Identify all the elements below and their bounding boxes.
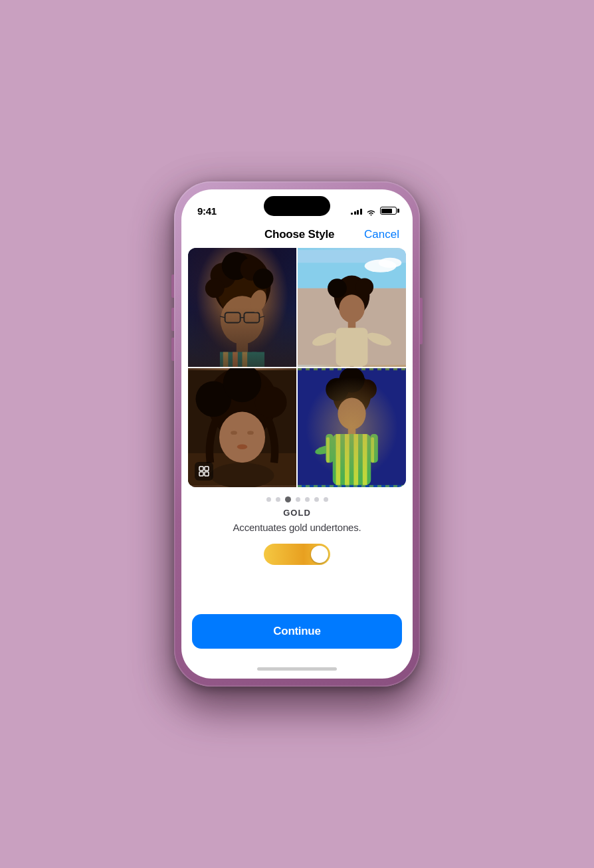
svg-point-5 — [253, 269, 274, 289]
svg-rect-62 — [353, 434, 358, 485]
dot-1[interactable] — [266, 497, 271, 502]
svg-line-11 — [220, 316, 225, 318]
svg-point-28 — [355, 278, 373, 296]
svg-point-27 — [328, 278, 347, 298]
svg-point-40 — [255, 386, 287, 418]
wifi-icon — [366, 207, 376, 215]
toggle-thumb — [311, 546, 328, 563]
svg-rect-65 — [326, 434, 334, 463]
battery-icon — [380, 207, 397, 215]
dot-3[interactable] — [285, 496, 291, 502]
svg-rect-31 — [336, 328, 368, 366]
dot-4[interactable] — [296, 497, 300, 502]
svg-point-53 — [333, 372, 371, 417]
svg-rect-30 — [348, 320, 356, 329]
continue-button[interactable]: Continue — [192, 614, 402, 649]
svg-rect-8 — [225, 312, 241, 322]
svg-rect-14 — [237, 342, 248, 354]
svg-point-29 — [339, 294, 364, 322]
svg-rect-68 — [371, 437, 374, 463]
home-bar — [257, 667, 337, 671]
phone-screen: 9:41 — [181, 189, 413, 679]
svg-rect-59 — [333, 434, 371, 485]
page-dots — [181, 487, 413, 508]
svg-point-54 — [326, 378, 349, 401]
svg-rect-17 — [233, 352, 238, 367]
svg-rect-60 — [336, 434, 341, 485]
dynamic-island — [264, 196, 330, 216]
status-icons — [351, 207, 397, 215]
photo-3[interactable] — [188, 368, 296, 487]
style-info: GOLD Accentuates gold undertones. — [181, 508, 413, 536]
dot-5[interactable] — [305, 497, 310, 502]
svg-line-12 — [259, 316, 264, 318]
continue-section: Continue — [181, 614, 413, 662]
svg-rect-58 — [348, 428, 356, 436]
svg-rect-50 — [199, 472, 203, 476]
phone-frame: 9:41 — [174, 181, 420, 687]
svg-rect-61 — [345, 434, 349, 485]
svg-point-56 — [339, 368, 364, 393]
svg-point-47 — [211, 463, 274, 487]
svg-rect-66 — [370, 434, 378, 463]
svg-point-55 — [356, 380, 377, 400]
nav-title: Choose Style — [264, 228, 334, 241]
battery-fill — [381, 209, 392, 213]
svg-point-23 — [379, 258, 402, 268]
svg-rect-35 — [353, 364, 362, 367]
svg-point-57 — [338, 397, 365, 429]
signal-icon — [351, 207, 362, 215]
nav-bar: Choose Style Cancel — [181, 223, 413, 248]
svg-rect-52 — [298, 370, 406, 485]
photo-1[interactable] — [188, 248, 296, 367]
svg-point-44 — [231, 431, 237, 435]
svg-rect-19 — [252, 352, 257, 367]
dot-7[interactable] — [324, 497, 328, 502]
dot-2[interactable] — [276, 497, 280, 502]
svg-rect-16 — [223, 352, 229, 367]
style-description: Accentuates gold undertones. — [195, 522, 399, 533]
svg-rect-15 — [220, 352, 264, 367]
svg-point-46 — [237, 444, 247, 449]
svg-rect-67 — [326, 437, 330, 463]
album-icon[interactable] — [195, 462, 213, 481]
svg-rect-51 — [205, 472, 209, 476]
svg-rect-34 — [341, 364, 349, 367]
dot-6[interactable] — [314, 497, 319, 502]
image-grid[interactable] — [188, 248, 406, 487]
cancel-button[interactable]: Cancel — [364, 228, 399, 241]
photo-4[interactable] — [298, 368, 406, 487]
style-toggle[interactable] — [264, 544, 330, 565]
svg-rect-48 — [199, 467, 203, 471]
svg-rect-63 — [363, 434, 367, 485]
slider-container — [181, 536, 413, 576]
status-time: 9:41 — [197, 205, 217, 217]
svg-point-45 — [247, 431, 254, 435]
style-name: GOLD — [195, 508, 399, 518]
home-indicator — [181, 662, 413, 679]
photo-2[interactable] — [298, 248, 406, 367]
svg-rect-9 — [244, 312, 259, 322]
svg-point-43 — [219, 412, 265, 463]
svg-rect-49 — [205, 467, 209, 471]
svg-point-6 — [205, 278, 225, 298]
svg-rect-18 — [243, 352, 248, 367]
svg-point-64 — [314, 444, 335, 457]
